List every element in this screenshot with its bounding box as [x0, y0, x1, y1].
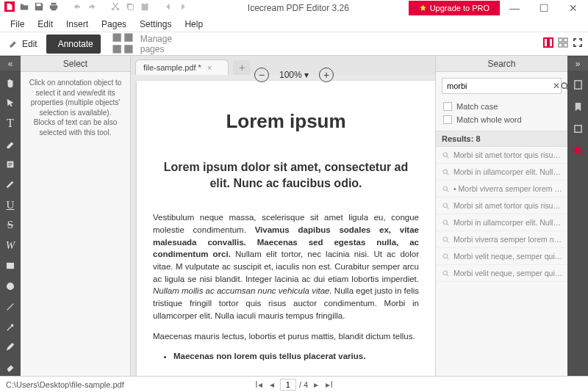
edit-mode-button[interactable]: Edit — [1, 35, 45, 54]
circle-tool-icon[interactable] — [2, 278, 18, 294]
strikethrough-tool-icon[interactable]: S — [2, 217, 18, 233]
redo-icon[interactable] — [87, 1, 97, 14]
svg-point-28 — [443, 271, 448, 275]
select-tool-icon[interactable] — [2, 95, 18, 112]
page-number-input[interactable] — [280, 379, 296, 391]
results-list: Morbi sit amet tortor quis risu…Morbi in… — [436, 147, 567, 376]
clear-search-icon[interactable]: ✕ — [553, 81, 560, 91]
svg-rect-30 — [574, 125, 581, 131]
pencil-tool-icon[interactable] — [2, 340, 18, 356]
menu-edit[interactable]: Edit — [32, 18, 59, 31]
open-icon[interactable] — [19, 1, 29, 14]
svg-rect-18 — [7, 264, 14, 269]
squiggly-tool-icon[interactable]: W — [2, 238, 18, 254]
prev-page-icon[interactable]: ◂ — [267, 380, 277, 390]
annotate-mode-button[interactable]: Annotate — [46, 35, 101, 54]
first-page-icon[interactable]: I◂ — [254, 380, 264, 390]
last-page-icon[interactable]: ▸I — [324, 380, 334, 390]
next-page-icon[interactable]: ▸ — [311, 380, 321, 390]
page-content: Lorem ipsum Lorem ipsum dolor sit amet, … — [137, 81, 435, 376]
collapse-right-icon[interactable]: » — [567, 57, 588, 70]
highlight-tool-icon[interactable] — [2, 136, 18, 152]
match-case-option[interactable]: Match case — [443, 100, 560, 113]
menu-pages[interactable]: Pages — [96, 18, 132, 31]
back-icon[interactable] — [163, 1, 173, 14]
hand-tool-icon[interactable] — [2, 75, 18, 91]
collapse-left-icon[interactable]: « — [0, 57, 21, 70]
checkbox-icon[interactable] — [443, 115, 452, 124]
bookmarks-panel-icon[interactable] — [570, 98, 586, 115]
doc-list-item: Maecenas non lorem quis tellus placerat … — [173, 352, 419, 360]
annotate-toolbar: « T U S W — [0, 56, 21, 376]
results-header: Results: 8 — [436, 131, 567, 147]
search-result-item[interactable]: Morbi in ullamcorper elit. Null… — [436, 214, 567, 231]
zoom-level[interactable]: 100% ▾ — [275, 68, 313, 81]
manage-pages-button[interactable]: Manage pages — [102, 35, 179, 54]
search-result-item[interactable]: Morbi velit neque, semper qui… — [436, 265, 567, 282]
single-page-view-icon[interactable] — [542, 37, 554, 51]
file-path: C:\Users\Desktop\file-sample.pdf — [6, 380, 124, 389]
search-panel-title: Search — [436, 56, 567, 72]
search-panel-icon[interactable] — [570, 142, 586, 159]
search-result-item[interactable]: Morbi in ullamcorper elit. Null… — [436, 164, 567, 181]
menu-help[interactable]: Help — [179, 18, 209, 31]
arrow-tool-icon[interactable] — [2, 319, 18, 335]
svg-point-23 — [443, 186, 448, 191]
cut-icon[interactable] — [110, 1, 121, 14]
search-result-item[interactable]: Morbi sit amet tortor quis risu… — [436, 147, 567, 164]
maximize-button[interactable]: ☐ — [529, 0, 559, 16]
svg-point-20 — [562, 83, 567, 88]
zoom-in-button[interactable]: + — [319, 68, 334, 82]
new-tab-button[interactable]: + — [233, 60, 251, 75]
undo-icon[interactable] — [72, 1, 82, 14]
minimize-button[interactable]: — — [500, 0, 529, 16]
document-tab[interactable]: file-sample.pdf *× — [135, 59, 229, 75]
svg-rect-12 — [549, 38, 553, 47]
doc-paragraph: Vestibulum neque massa, scelerisque sit … — [153, 211, 419, 322]
eraser-tool-icon[interactable] — [2, 360, 18, 376]
zoom-out-button[interactable]: − — [254, 68, 269, 82]
svg-rect-9 — [112, 46, 121, 54]
search-panel: Search ✕ Match case Match whole word Res… — [435, 56, 567, 376]
grid-view-icon[interactable] — [557, 37, 569, 51]
document-viewport[interactable]: Lorem ipsum Lorem ipsum dolor sit amet, … — [131, 75, 435, 376]
svg-rect-10 — [124, 46, 132, 54]
svg-point-21 — [443, 153, 448, 157]
line-tool-icon[interactable] — [2, 299, 18, 315]
paste-icon[interactable] — [140, 1, 150, 14]
search-result-item[interactable]: Morbi velit neque, semper qui… — [436, 248, 567, 265]
close-tab-icon[interactable]: × — [207, 63, 212, 72]
right-toolbar: » — [567, 56, 588, 376]
upgrade-button[interactable]: Upgrade to PRO — [409, 1, 500, 15]
rect-tool-icon[interactable] — [2, 258, 18, 275]
menu-settings[interactable]: Settings — [134, 18, 177, 31]
svg-point-25 — [443, 220, 448, 225]
svg-rect-8 — [124, 34, 132, 42]
save-icon[interactable] — [34, 1, 44, 14]
left-panel: Select Click on annotation object to sel… — [21, 56, 131, 376]
svg-rect-11 — [544, 38, 548, 47]
close-button[interactable]: ✕ — [559, 0, 588, 16]
checkbox-icon[interactable] — [443, 102, 452, 111]
pages-panel-icon[interactable] — [570, 76, 586, 92]
menu-file[interactable]: File — [4, 18, 30, 31]
underline-tool-icon[interactable]: U — [2, 197, 18, 213]
search-result-item[interactable]: • Morbi viverra semper lorem … — [436, 181, 567, 197]
search-result-item[interactable]: Morbi sit amet tortor quis risu… — [436, 197, 567, 214]
text-tool-icon[interactable]: T — [2, 115, 18, 131]
fullscreen-icon[interactable] — [572, 37, 584, 51]
search-result-item[interactable]: Morbi viverra semper lorem n… — [436, 231, 567, 248]
fwd-icon[interactable] — [178, 1, 188, 14]
svg-rect-4 — [128, 4, 133, 10]
copy-icon[interactable] — [125, 1, 135, 14]
svg-point-24 — [443, 203, 448, 208]
note-tool-icon[interactable] — [2, 156, 18, 173]
search-input[interactable] — [442, 81, 553, 90]
print-icon[interactable] — [49, 1, 59, 14]
draw-tool-icon[interactable] — [2, 177, 18, 193]
left-panel-desc: Click on annotation object to select it … — [21, 72, 130, 143]
attachments-panel-icon[interactable] — [570, 120, 586, 137]
match-word-option[interactable]: Match whole word — [443, 113, 560, 126]
menu-insert[interactable]: Insert — [60, 18, 94, 31]
mode-toolbar: Edit Annotate Manage pages − 100% ▾ + — [0, 32, 588, 56]
